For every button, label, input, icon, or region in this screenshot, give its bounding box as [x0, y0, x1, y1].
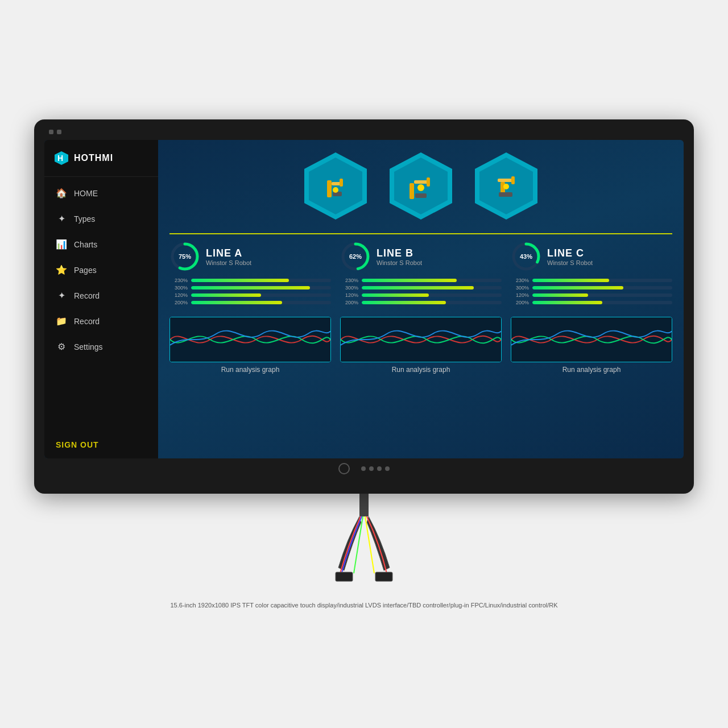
bar-label: 300% — [169, 285, 188, 291]
bar-fill — [362, 301, 446, 304]
sidebar-item-home[interactable]: 🏠 HOME — [44, 180, 158, 206]
bar-fill — [362, 286, 474, 289]
bar-fill — [362, 293, 429, 297]
bar-label: 120% — [169, 292, 188, 298]
line-a-progress: 75% — [169, 241, 200, 272]
bar-track — [362, 301, 502, 304]
chart-card-2[interactable]: Run analysis graph — [340, 317, 502, 374]
line-b-header: 62% LINE B Winstor S Robot — [340, 241, 502, 272]
line-c-header: 43% LINE C Winstor S Robot — [511, 241, 672, 272]
monitor-dot-2 — [57, 130, 61, 134]
bar-row: 230% — [169, 278, 331, 283]
cable-svg — [330, 494, 398, 596]
bar-track — [532, 286, 672, 289]
record2-icon: 📁 — [56, 316, 67, 326]
main-content: 75% LINE A Winstor S Robot 230% — [158, 140, 684, 458]
chart-box-1 — [169, 317, 331, 362]
bar-row: 300% — [511, 285, 672, 291]
sidebar-item-record1-label: Record — [74, 291, 100, 300]
sidebar: H HOTHMI 🏠 HOME ✦ Types 📊 Chart — [44, 140, 158, 458]
chart-card-1[interactable]: Run analysis graph — [169, 317, 331, 374]
bar-track — [532, 301, 672, 304]
bar-row: 200% — [169, 300, 331, 305]
line-b-progress: 62% — [340, 241, 371, 272]
outer-wrapper: H HOTHMI 🏠 HOME ✦ Types 📊 Chart — [28, 119, 700, 609]
svg-point-15 — [417, 184, 424, 191]
bar-track — [362, 286, 502, 289]
sidebar-item-record1[interactable]: ✦ Record — [44, 283, 158, 308]
wave-svg-3 — [511, 317, 672, 362]
pages-icon: ⭐ — [56, 264, 67, 275]
bar-track — [191, 286, 331, 289]
svg-rect-32 — [359, 494, 369, 516]
line-b-subtitle: Winstor S Robot — [377, 259, 422, 266]
robot-c-icon — [469, 149, 543, 223]
sidebar-item-settings[interactable]: ⚙ Settings — [44, 334, 158, 359]
svg-text:H: H — [57, 154, 63, 163]
svg-rect-34 — [375, 572, 392, 581]
line-a-header: 75% LINE A Winstor S Robot — [169, 241, 331, 272]
bar-row: 200% — [511, 300, 672, 305]
line-a-name: LINE A — [206, 247, 251, 259]
line-c-name: LINE C — [547, 247, 593, 259]
bar-row: 120% — [340, 292, 502, 298]
line-a-subtitle: Winstor S Robot — [206, 259, 251, 266]
chart-2-label: Run analysis graph — [392, 366, 450, 374]
monitor-bottom — [44, 458, 684, 477]
settings-icon: ⚙ — [56, 341, 67, 352]
bar-label: 300% — [340, 285, 358, 291]
bar-fill — [532, 286, 623, 289]
sidebar-item-pages-label: Pages — [74, 266, 97, 275]
bar-fill — [532, 293, 588, 297]
line-c-subtitle: Winstor S Robot — [547, 259, 593, 266]
sidebar-item-pages[interactable]: ⭐ Pages — [44, 257, 158, 283]
chart-card-3[interactable]: Run analysis graph — [511, 317, 672, 374]
lines-row: 75% LINE A Winstor S Robot 230% — [169, 233, 672, 305]
bar-label: 230% — [511, 278, 529, 283]
bar-track — [532, 279, 672, 282]
line-c-bars: 230% 300% — [511, 278, 672, 305]
brand-name: HOTHMI — [74, 153, 113, 163]
bar-fill — [191, 279, 289, 282]
bar-fill — [532, 279, 609, 282]
line-c-percent: 43% — [520, 253, 532, 260]
sidebar-item-record2[interactable]: 📁 Record — [44, 308, 158, 334]
line-b-name: LINE B — [377, 247, 422, 259]
charts-icon: 📊 — [56, 239, 67, 250]
svg-rect-33 — [336, 572, 353, 581]
sidebar-item-charts[interactable]: 📊 Charts — [44, 231, 158, 257]
svg-point-8 — [333, 187, 338, 193]
wave-svg-1 — [170, 317, 330, 362]
svg-rect-14 — [415, 193, 427, 198]
sidebar-item-types[interactable]: ✦ Types — [44, 206, 158, 231]
bar-fill — [191, 293, 261, 297]
svg-rect-11 — [410, 183, 414, 199]
nav-dot-4 — [385, 466, 390, 471]
bar-label: 120% — [511, 292, 529, 298]
line-c-card: 43% LINE C Winstor S Robot 230% — [511, 241, 672, 305]
sidebar-item-record2-label: Record — [74, 317, 100, 326]
line-c-progress: 43% — [511, 241, 541, 272]
bar-label: 300% — [511, 285, 529, 291]
record1-icon: ✦ — [56, 290, 67, 301]
robot-a-icon — [299, 149, 373, 223]
bar-row: 230% — [511, 278, 672, 283]
footer-description: 15.6-inch 1920x1080 IPS TFT color capaci… — [170, 602, 557, 609]
robots-row — [169, 149, 672, 223]
bar-label: 230% — [169, 278, 188, 283]
home-button[interactable] — [338, 463, 350, 474]
bar-fill — [191, 301, 282, 304]
sign-out-button[interactable]: SIGN OUT — [44, 431, 158, 458]
monitor-top-dots — [44, 130, 684, 134]
bar-fill — [191, 286, 310, 289]
bar-track — [362, 279, 502, 282]
sidebar-item-types-label: Types — [74, 214, 95, 224]
monitor-frame: H HOTHMI 🏠 HOME ✦ Types 📊 Chart — [34, 119, 694, 494]
types-icon: ✦ — [56, 213, 67, 224]
sidebar-item-settings-label: Settings — [74, 342, 103, 351]
line-a-card: 75% LINE A Winstor S Robot 230% — [169, 241, 331, 305]
line-a-title-block: LINE A Winstor S Robot — [206, 247, 251, 266]
bar-track — [191, 293, 331, 297]
bar-fill — [362, 279, 457, 282]
bar-fill — [532, 301, 602, 304]
